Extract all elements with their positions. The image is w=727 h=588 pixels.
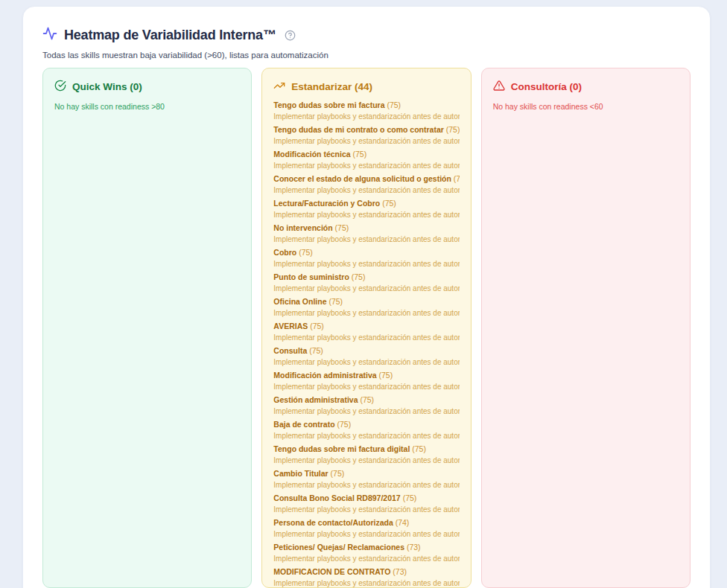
skill-recommendation: Implementar playbooks y estandarización … <box>273 504 459 516</box>
skill-name: Cobro <box>273 248 296 257</box>
skill-score: (73) <box>390 567 407 576</box>
skill-name: Tengo dudas sobre mi factura digital <box>273 444 410 453</box>
consultoria-panel: Consultoría (0) No hay skills con readin… <box>481 68 691 588</box>
skill-recommendation: Implementar playbooks y estandarización … <box>273 430 459 442</box>
skill-recommendation: Implementar playbooks y estandarización … <box>273 381 459 393</box>
skill-name: Tengo dudas sobre mi factura <box>273 100 384 109</box>
skill-item[interactable]: MODIFICACION DE CONTRATO (73) Implementa… <box>273 566 459 588</box>
skill-score: (75) <box>451 174 460 183</box>
skill-item[interactable]: No intervención (75) Implementar playboo… <box>273 222 459 246</box>
skill-item[interactable]: Punto de suministro (75) Implementar pla… <box>273 271 459 295</box>
skill-item[interactable]: Oficina Online (75) Implementar playbook… <box>273 295 459 319</box>
skill-item[interactable]: Consulta Bono Social RD897/2017 (75) Imp… <box>273 492 459 516</box>
skill-recommendation: Implementar playbooks y estandarización … <box>273 479 459 491</box>
skill-score: (75) <box>335 420 352 429</box>
skill-item[interactable]: Tengo dudas sobre mi factura (75) Implem… <box>273 99 459 123</box>
page-subtitle: Todas las skills muestran baja variabili… <box>42 51 691 60</box>
skill-recommendation: Implementar playbooks y estandarización … <box>273 357 459 368</box>
skill-score: (75) <box>308 322 324 330</box>
skill-recommendation: Implementar playbooks y estandarización … <box>273 553 459 565</box>
skill-item[interactable]: Gestión administrativa (75) Implementar … <box>273 394 459 418</box>
skill-recommendation: Implementar playbooks y estandarización … <box>273 307 459 319</box>
skill-score: (75) <box>377 371 393 380</box>
skill-score: (75) <box>401 493 417 502</box>
skill-score: (75) <box>333 223 349 232</box>
skill-item[interactable]: Modificación administrativa (75) Impleme… <box>273 369 459 393</box>
skill-item[interactable]: Consulta (75) Implementar playbooks y es… <box>273 345 459 368</box>
skill-item[interactable]: Lectura/Facturación y Cobro (75) Impleme… <box>273 197 459 221</box>
skill-name: Conocer el estado de alguna solicitud o … <box>273 174 451 183</box>
skill-name: No intervención <box>273 223 332 232</box>
estandarizar-header: Estandarizar (44) <box>273 80 459 94</box>
skill-recommendation: Implementar playbooks y estandarización … <box>273 406 459 418</box>
skill-recommendation: Implementar playbooks y estandarización … <box>273 528 459 540</box>
skill-name: Peticiones/ Quejas/ Reclamaciones <box>273 543 404 552</box>
skill-score: (75) <box>385 100 401 109</box>
skill-score: (74) <box>393 518 410 527</box>
skill-item[interactable]: Conocer el estado de alguna solicitud o … <box>273 173 459 196</box>
activity-pulse-icon <box>42 26 57 44</box>
skill-recommendation: Implementar playbooks y estandarización … <box>273 258 459 270</box>
estandarizar-panel: Estandarizar (44) Tengo dudas sobre mi f… <box>261 68 471 588</box>
skill-recommendation: Implementar playbooks y estandarización … <box>273 578 459 588</box>
trending-up-icon <box>273 80 285 94</box>
skill-item[interactable]: Cobro (75) Implementar playbooks y estan… <box>273 246 459 270</box>
skill-score: (75) <box>351 150 367 159</box>
skill-name: Modificación administrativa <box>273 371 376 380</box>
heatmap-card: Heatmap de Variabilidad Interna™ Todas l… <box>22 6 711 588</box>
skill-recommendation: Implementar playbooks y estandarización … <box>273 283 459 295</box>
skill-name: Baja de contrato <box>273 420 334 429</box>
skill-recommendation: Implementar playbooks y estandarización … <box>273 209 459 221</box>
estandarizar-title: Estandarizar (44) <box>291 81 372 92</box>
consultoria-title: Consultoría (0) <box>511 81 582 92</box>
skill-name: Persona de contacto/Autorizada <box>273 518 393 527</box>
quick-wins-empty-message: No hay skills con readiness >80 <box>54 102 240 111</box>
skill-recommendation: Implementar playbooks y estandarización … <box>273 455 459 467</box>
consultoria-header: Consultoría (0) <box>493 80 679 94</box>
skill-score: (75) <box>380 199 396 208</box>
columns-grid: Quick Wins (0) No hay skills con readine… <box>42 68 691 588</box>
skill-item[interactable]: Cambio Titular (75) Implementar playbook… <box>273 467 459 491</box>
skill-score: (73) <box>404 543 421 552</box>
skill-item[interactable]: Peticiones/ Quejas/ Reclamaciones (73) I… <box>273 541 459 565</box>
skill-item[interactable]: Tengo dudas sobre mi factura digital (75… <box>273 443 459 467</box>
skill-score: (75) <box>307 346 323 355</box>
skill-score: (75) <box>444 125 460 134</box>
skill-recommendation: Implementar playbooks y estandarización … <box>273 234 459 246</box>
skill-name: Tengo dudas de mi contrato o como contra… <box>273 125 444 134</box>
help-circle-icon[interactable] <box>285 30 296 41</box>
quick-wins-header: Quick Wins (0) <box>54 80 240 94</box>
header-row: Heatmap de Variabilidad Interna™ <box>42 26 691 44</box>
skill-name: Oficina Online <box>273 297 326 306</box>
skill-item[interactable]: Tengo dudas de mi contrato o como contra… <box>273 124 459 147</box>
skill-name: Gestión administrativa <box>273 395 358 404</box>
skill-score: (75) <box>327 297 343 306</box>
page-title: Heatmap de Variabilidad Interna™ <box>64 28 276 43</box>
skill-name: Consulta Bono Social RD897/2017 <box>273 493 400 502</box>
skill-item[interactable]: AVERIAS (75) Implementar playbooks y est… <box>273 320 459 344</box>
skill-name: AVERIAS <box>273 322 308 330</box>
skill-item[interactable]: Persona de contacto/Autorizada (74) Impl… <box>273 517 459 540</box>
skill-item[interactable]: Baja de contrato (75) Implementar playbo… <box>273 418 459 442</box>
skill-name: MODIFICACION DE CONTRATO <box>273 567 390 576</box>
skill-list: Tengo dudas sobre mi factura (75) Implem… <box>273 99 459 588</box>
skill-recommendation: Implementar playbooks y estandarización … <box>273 332 459 344</box>
skill-score: (75) <box>358 395 375 404</box>
skill-name: Lectura/Facturación y Cobro <box>273 199 380 208</box>
skill-recommendation: Implementar playbooks y estandarización … <box>273 185 459 196</box>
quick-wins-title: Quick Wins (0) <box>72 81 142 92</box>
quick-wins-panel: Quick Wins (0) No hay skills con readine… <box>42 68 252 588</box>
skill-score: (75) <box>296 248 313 257</box>
skill-score: (75) <box>328 469 345 478</box>
skill-name: Modificación técnica <box>273 150 350 159</box>
alert-triangle-icon <box>493 80 505 94</box>
skill-name: Cambio Titular <box>273 469 328 478</box>
skill-recommendation: Implementar playbooks y estandarización … <box>273 160 459 172</box>
check-circle-icon <box>54 80 66 94</box>
skill-name: Punto de suministro <box>273 272 349 281</box>
skill-score: (75) <box>349 272 366 281</box>
skill-recommendation: Implementar playbooks y estandarización … <box>273 135 459 147</box>
skill-name: Consulta <box>273 346 307 355</box>
skill-item[interactable]: Modificación técnica (75) Implementar pl… <box>273 148 459 172</box>
skill-score: (75) <box>410 444 426 453</box>
